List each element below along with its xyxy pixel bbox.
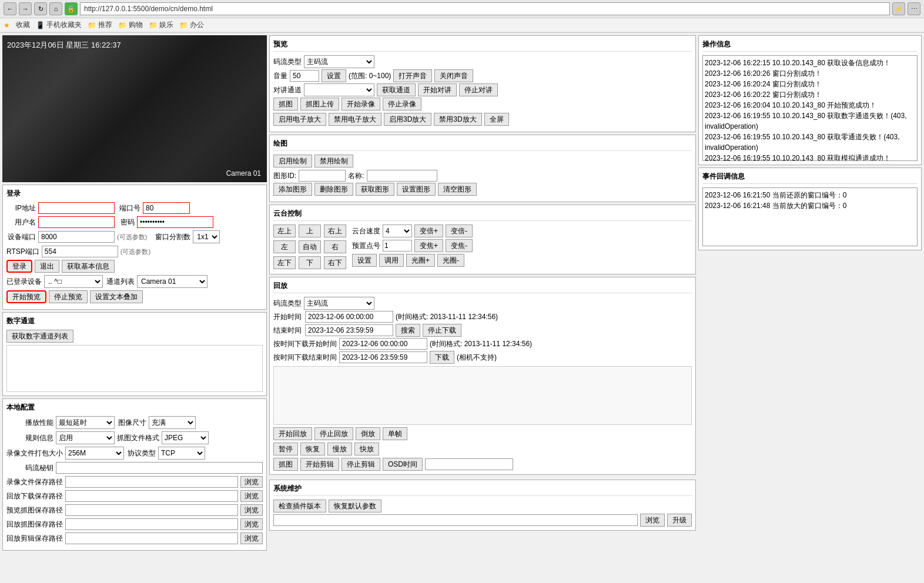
download-end-input[interactable] [339, 351, 427, 363]
download-save-input[interactable] [65, 490, 238, 502]
playback-search-btn[interactable]: 搜索 [396, 324, 420, 337]
ptz-zoomout-btn[interactable]: 变倍- [446, 225, 473, 237]
video-save-browse-btn[interactable]: 浏览 [240, 476, 263, 488]
single-frame-btn[interactable]: 单帧 [383, 427, 407, 440]
start-record-btn[interactable]: 开始录像 [342, 98, 380, 110]
playback-start-input[interactable] [305, 311, 393, 323]
add-shape-btn[interactable]: 添加图形 [273, 183, 312, 196]
protocol-select[interactable]: TCP [158, 447, 205, 460]
video-package-select[interactable]: 256M [65, 447, 124, 460]
enable-eptz-btn[interactable]: 启用电子放大 [273, 113, 326, 126]
get-shapes-btn[interactable]: 获取图形 [356, 183, 394, 196]
username-input[interactable] [38, 216, 115, 228]
playback-capture-btn[interactable]: 抓图 [273, 458, 298, 471]
url-bar[interactable]: http://127.0.0.1:5500/demo/cn/demo.html [80, 2, 890, 15]
ptz-up-btn[interactable]: 上 [299, 225, 321, 237]
video-save-input[interactable] [65, 476, 238, 488]
volume-input[interactable] [290, 70, 319, 82]
delete-shape-btn[interactable]: 删除图形 [314, 183, 353, 196]
channel-select[interactable]: Camera 01 [137, 275, 207, 288]
ptz-irisclose-btn[interactable]: 光圈- [437, 254, 464, 267]
set-volume-btn[interactable]: 设置 [322, 69, 346, 82]
fast-btn[interactable]: 快放 [354, 443, 379, 455]
logout-button[interactable]: 退出 [35, 260, 59, 273]
set-shape-btn[interactable]: 设置图形 [397, 183, 436, 196]
login-button[interactable]: 登录 [6, 260, 32, 273]
start-talk-btn[interactable]: 开始对讲 [418, 83, 457, 96]
get-digital-channel-button[interactable]: 获取数字通道列表 [6, 330, 73, 343]
set-text-overlay-button[interactable]: 设置文本叠加 [90, 290, 143, 303]
enable-3d-btn[interactable]: 启用3D放大 [384, 113, 431, 126]
fullscreen-btn[interactable]: 全屏 [484, 113, 509, 126]
ptz-upright-btn[interactable]: 右上 [324, 225, 346, 237]
password-input[interactable] [137, 216, 213, 228]
device-port-input[interactable] [38, 231, 115, 243]
reverse-btn[interactable]: 倒放 [356, 427, 380, 440]
ptz-upleft-btn[interactable]: 左上 [273, 225, 296, 237]
preview-capture-browse-btn[interactable]: 浏览 [240, 504, 263, 516]
stream-type-select[interactable]: 主码流 [304, 55, 374, 68]
start-clip-btn[interactable]: 开始剪辑 [300, 458, 339, 471]
home-button[interactable]: ⌂ [49, 2, 62, 15]
ptz-focusin-btn[interactable]: 变焦+ [414, 239, 443, 252]
ptz-left-btn[interactable]: 左 [273, 240, 296, 253]
slow-btn[interactable]: 慢放 [327, 443, 352, 455]
ptz-downright-btn[interactable]: 右下 [324, 256, 346, 269]
playback-perf-select[interactable]: 最短延时 [56, 416, 115, 429]
preview-capture-input[interactable] [65, 504, 238, 516]
stop-record-btn[interactable]: 停止录像 [383, 98, 421, 110]
bookmark-office[interactable]: 📁 办公 [179, 20, 204, 30]
bookmark-shopping[interactable]: 📁 购物 [118, 20, 143, 30]
logged-device-select[interactable]: .. ^□ [44, 275, 103, 288]
resume-btn[interactable]: 恢复 [300, 443, 325, 455]
disable-draw-btn[interactable]: 禁用绘制 [314, 155, 353, 167]
pause-btn[interactable]: 暂停 [273, 443, 298, 455]
talk-channel-select[interactable] [304, 83, 374, 96]
bookmark-mobile[interactable]: 📱 手机收藏夹 [36, 20, 82, 30]
start-preview-button[interactable]: 开始预览 [6, 290, 46, 303]
ip-input[interactable] [38, 202, 115, 214]
download-btn[interactable]: 下载 [430, 351, 454, 364]
record-dir-input[interactable] [65, 532, 238, 544]
record-dir-browse-btn[interactable]: 浏览 [240, 532, 263, 544]
ptz-goto-preset-btn[interactable]: 调用 [379, 254, 404, 267]
clear-shapes-btn[interactable]: 清空图形 [438, 183, 477, 196]
start-playback-btn[interactable]: 开始回放 [273, 427, 312, 440]
stop-download-btn[interactable]: 停止下载 [423, 324, 461, 337]
capture-format-select[interactable]: JPEG [162, 431, 209, 444]
capture-btn[interactable]: 抓图 [273, 98, 298, 110]
playback-capture-browse-btn[interactable]: 浏览 [240, 518, 263, 530]
check-plugin-btn[interactable]: 检查插件版本 [273, 500, 326, 512]
stop-preview-button[interactable]: 停止预览 [49, 290, 88, 303]
menu-icon[interactable]: ⋯ [908, 2, 920, 15]
shape-id-input[interactable] [299, 170, 346, 182]
ptz-speed-select[interactable]: 41235 [383, 225, 412, 237]
rule-info-select[interactable]: 启用 [56, 431, 115, 444]
ptz-down-btn[interactable]: 下 [299, 256, 321, 269]
stop-clip-btn[interactable]: 停止剪辑 [342, 458, 380, 471]
playback-stream-select[interactable]: 主码流 [304, 297, 374, 310]
playback-capture-input[interactable] [65, 518, 238, 530]
shape-name-input[interactable] [367, 170, 437, 182]
ptz-preset-input[interactable] [383, 240, 412, 252]
bookmark-entertainment[interactable]: 📁 娱乐 [149, 20, 173, 30]
upgrade-path-input[interactable] [273, 514, 638, 526]
get-info-button[interactable]: 获取基本信息 [62, 260, 115, 273]
ptz-right-btn[interactable]: 右 [324, 240, 346, 253]
ptz-zoomin-btn[interactable]: 变倍+ [414, 225, 443, 237]
close-audio-btn[interactable]: 关闭声音 [434, 69, 473, 82]
get-channel-btn[interactable]: 获取通道 [377, 83, 416, 96]
ptz-irisopen-btn[interactable]: 光圈+ [406, 254, 435, 267]
disable-3d-btn[interactable]: 禁用3D放大 [434, 113, 481, 126]
window-split-select[interactable]: 1x1 2x2 3x3 [193, 230, 220, 243]
ptz-auto-btn[interactable]: 自动 [299, 240, 321, 253]
osd-time-input[interactable] [425, 458, 513, 470]
ptz-focusout-btn[interactable]: 变焦- [446, 239, 473, 252]
rtsp-input[interactable] [42, 246, 118, 257]
open-audio-btn[interactable]: 打开声音 [393, 69, 432, 82]
osd-time-btn[interactable]: OSD时间 [383, 458, 423, 471]
back-button[interactable]: ← [4, 2, 16, 15]
download-save-browse-btn[interactable]: 浏览 [240, 490, 263, 502]
stop-playback-btn[interactable]: 停止回放 [314, 427, 353, 440]
enable-draw-btn[interactable]: 启用绘制 [273, 155, 312, 167]
